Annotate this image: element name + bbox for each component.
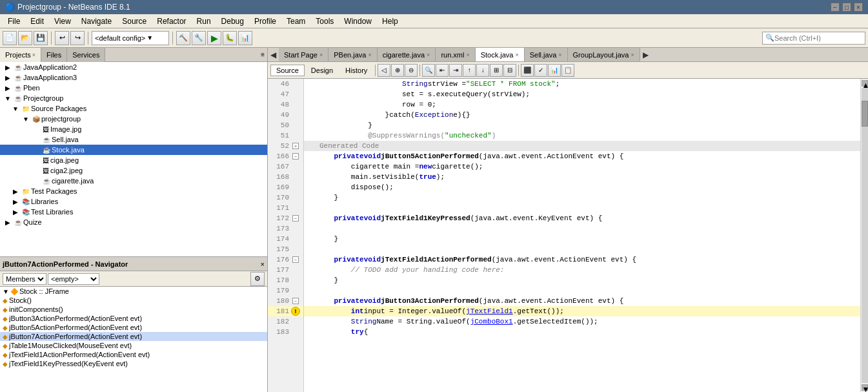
- tab-grouplayout-java[interactable]: GroupLayout.java ×: [568, 48, 640, 62]
- fold-icon-176[interactable]: −: [292, 256, 299, 263]
- tab-scroll-right[interactable]: ▶: [640, 50, 651, 59]
- tab-cigarette-close[interactable]: ×: [427, 52, 430, 58]
- src-btn-search[interactable]: 🔍: [422, 64, 435, 77]
- tree-item-pben[interactable]: ▶ ☕ Pben: [0, 83, 267, 93]
- src-btn-2[interactable]: ⊕: [391, 64, 404, 77]
- fold-icon-180[interactable]: −: [292, 298, 299, 304]
- src-btn-stop[interactable]: ⬛: [521, 64, 534, 77]
- code-line-177[interactable]: // TODO add your handling code here:: [304, 265, 860, 275]
- members-dropdown[interactable]: Members: [3, 273, 46, 285]
- tree-item-ciga-jpeg[interactable]: 🖼 ciga.jpeg: [0, 155, 267, 165]
- tab-cigarette-java[interactable]: cigarette.java ×: [378, 48, 436, 62]
- nav-item-jtextfield1-action[interactable]: ◆ jTextField1ActionPerformed(ActionEvent…: [0, 350, 267, 359]
- menu-file[interactable]: File: [3, 15, 25, 27]
- code-line-171[interactable]: [304, 203, 860, 213]
- source-tab-source[interactable]: Source: [270, 65, 305, 76]
- clean-build-button[interactable]: 🔧: [192, 31, 206, 45]
- tab-pben-java[interactable]: PBen.java ×: [328, 48, 377, 62]
- close-button[interactable]: ×: [854, 3, 863, 12]
- src-btn-11[interactable]: 📋: [561, 64, 574, 77]
- code-line-168[interactable]: main.setVisible( true );: [304, 172, 860, 182]
- panel-menu-button[interactable]: ≡: [258, 51, 267, 58]
- src-btn-5[interactable]: ⇥: [449, 64, 462, 77]
- tab-pben-close[interactable]: ×: [368, 52, 371, 58]
- code-line-176[interactable]: private void jTextField1ActionPerformed …: [304, 254, 860, 265]
- scroll-track[interactable]: [862, 88, 868, 383]
- source-tab-design[interactable]: Design: [305, 65, 339, 76]
- tab-stock-close[interactable]: ×: [515, 52, 518, 58]
- run-button[interactable]: ▶: [207, 31, 221, 45]
- tree-item-source-packages[interactable]: ▼ 📁 Source Packages: [0, 103, 267, 114]
- scroll-thumb[interactable]: [862, 101, 868, 127]
- nav-item-jbutton7[interactable]: ◆ jButton7ActionPerformed(ActionEvent ev…: [0, 332, 267, 341]
- src-btn-3[interactable]: ⊖: [405, 64, 418, 77]
- src-btn-1[interactable]: ◁: [378, 64, 390, 77]
- tree-item-image-jpg[interactable]: 🖼 Image.jpg: [0, 124, 267, 134]
- menu-view[interactable]: View: [49, 15, 76, 27]
- src-btn-6[interactable]: ↑: [463, 64, 476, 77]
- nav-item-initcomponents[interactable]: ◆ initComponents(): [0, 305, 267, 314]
- menu-refactor[interactable]: Refactor: [152, 15, 191, 27]
- code-line-175[interactable]: [304, 244, 860, 254]
- src-btn-run-check[interactable]: ✓: [534, 64, 547, 77]
- menu-debug[interactable]: Debug: [216, 15, 249, 27]
- src-btn-9[interactable]: ⊟: [503, 64, 516, 77]
- code-line-49[interactable]: }catch( Exception e){}: [304, 110, 860, 120]
- code-line-51[interactable]: @SuppressWarnings( "unchecked" ): [304, 130, 860, 141]
- menu-team[interactable]: Team: [281, 15, 310, 27]
- code-line-170[interactable]: }: [304, 192, 860, 203]
- src-btn-8[interactable]: ⊞: [490, 64, 503, 77]
- tree-item-quize[interactable]: ▶ ☕ Quize: [0, 217, 267, 227]
- tab-projects-close[interactable]: ×: [32, 52, 35, 58]
- code-line-48[interactable]: row = 0;: [304, 99, 860, 110]
- tree-item-libraries[interactable]: ▶ 📚 Libraries: [0, 196, 267, 207]
- tab-start-page[interactable]: Start Page ×: [279, 48, 328, 62]
- scroll-up-button[interactable]: ▲: [862, 80, 868, 87]
- menu-window[interactable]: Window: [339, 15, 377, 27]
- code-line-167[interactable]: cigarette main = new cigarette();: [304, 161, 860, 172]
- code-line-183[interactable]: try {: [304, 327, 860, 337]
- tab-run-close[interactable]: ×: [466, 52, 469, 58]
- code-line-182[interactable]: String Name = String.valueOf( jComboBox1…: [304, 316, 860, 327]
- fold-icon-52[interactable]: +: [292, 143, 299, 149]
- navigator-close-button[interactable]: ×: [261, 260, 265, 268]
- src-btn-10[interactable]: 📊: [548, 64, 561, 77]
- tree-item-pkg-projectgroup[interactable]: ▼ 📦 projectgroup: [0, 114, 267, 124]
- nav-item-jbutton5[interactable]: ◆ jButton5ActionPerformed(ActionEvent ev…: [0, 323, 267, 332]
- tree-item-javaapp3[interactable]: ▶ ☕ JavaApplication3: [0, 72, 267, 83]
- fold-icon-166[interactable]: −: [292, 153, 299, 160]
- tab-stock-java[interactable]: Stock.java ×: [476, 48, 525, 62]
- source-tab-history[interactable]: History: [339, 65, 373, 76]
- tree-item-projectgroup[interactable]: ▼ ☕ Projectgroup: [0, 93, 267, 103]
- scroll-down-button[interactable]: ▼: [862, 384, 868, 391]
- code-line-166[interactable]: private void jButton5ActionPerformed (ja…: [304, 151, 860, 161]
- tab-services[interactable]: Services: [67, 48, 105, 62]
- code-line-178[interactable]: }: [304, 275, 860, 285]
- maximize-button[interactable]: □: [842, 3, 851, 12]
- minimize-button[interactable]: −: [831, 3, 840, 12]
- debug-button[interactable]: 🐛: [223, 31, 237, 45]
- redo-button[interactable]: ↪: [70, 31, 85, 45]
- tab-start-page-close[interactable]: ×: [319, 52, 323, 58]
- code-line-52[interactable]: Generated Code: [304, 141, 860, 151]
- vertical-scrollbar[interactable]: ▲ ▼: [860, 79, 868, 392]
- code-line-46[interactable]: String strView = "SELECT * FROM stock" ;: [304, 79, 860, 89]
- code-line-169[interactable]: dispose();: [304, 182, 860, 192]
- src-btn-4[interactable]: ⇤: [436, 64, 449, 77]
- tree-item-ciga2-jpeg[interactable]: 🖼 ciga2.jpeg: [0, 165, 267, 176]
- search-input[interactable]: [774, 34, 858, 42]
- tab-scroll-left[interactable]: ◀: [268, 50, 279, 59]
- fold-icon-172[interactable]: −: [292, 215, 299, 222]
- tab-grouplayout-close[interactable]: ×: [631, 52, 634, 58]
- new-button[interactable]: 📄: [3, 31, 17, 45]
- tree-item-javaapp2[interactable]: ▶ ☕ JavaApplication2: [0, 62, 267, 72]
- tree-item-stock-java[interactable]: ☕ Stock.java: [0, 145, 267, 155]
- code-content[interactable]: String strView = "SELECT * FROM stock" ;…: [304, 79, 860, 392]
- menu-help[interactable]: Help: [377, 15, 403, 27]
- src-btn-7[interactable]: ↓: [476, 64, 489, 77]
- nav-item-jbutton3[interactable]: ◆ jButton3ActionPerformed(ActionEvent ev…: [0, 314, 267, 323]
- profile-button[interactable]: 📊: [238, 31, 252, 45]
- code-line-179[interactable]: [304, 285, 860, 296]
- nav-item-jtable1[interactable]: ◆ jTable1MouseClicked(MouseEvent evt): [0, 341, 267, 350]
- menu-run[interactable]: Run: [192, 15, 216, 27]
